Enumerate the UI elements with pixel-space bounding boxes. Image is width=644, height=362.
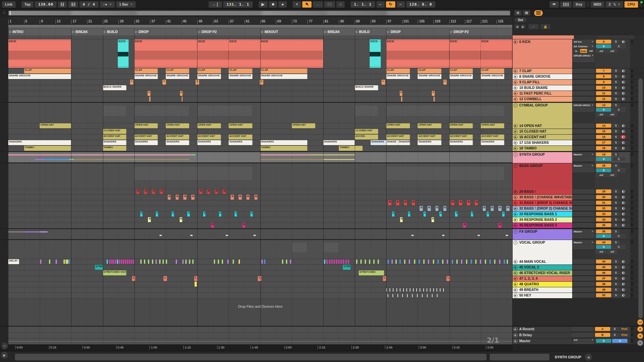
- mini-dash-clip[interactable]: [226, 235, 228, 236]
- clip[interactable]: SNARE GROOVE: [418, 74, 441, 79]
- solo-button[interactable]: S: [612, 40, 620, 44]
- clip[interactable]: ACCENT HAT: [166, 135, 189, 140]
- clip[interactable]: 1,: [163, 276, 167, 281]
- vocal-stripe-clip[interactable]: [119, 260, 120, 264]
- clip[interactable]: CLOSED HAT: [103, 129, 126, 134]
- loop-length-field[interactable]: 128. 0. 0: [406, 1, 436, 8]
- group-fold-icon[interactable]: ≡: [514, 241, 518, 245]
- mini-clip-segment[interactable]: [260, 159, 323, 160]
- locator-marker[interactable]: ▷BREAK: [323, 28, 340, 35]
- snare-groove-header[interactable]: ▶8 SNARE GROOVE8S: [512, 74, 644, 80]
- clip[interactable]: OPEN HAT: [481, 123, 504, 128]
- cowbell-lane[interactable]: [8, 97, 512, 102]
- capture-midi-icon[interactable]: ⌷⌷: [324, 1, 335, 8]
- accent-hat-lane[interactable]: ACCENT HATACCENT HATACCENT HATACCENT HAT…: [8, 135, 512, 140]
- clip[interactable]: [401, 97, 402, 101]
- locator-marker[interactable]: ▷BUILD: [103, 28, 118, 35]
- cpu-meter-value[interactable]: 2 %▼: [606, 1, 623, 8]
- vocal-stripe-clip[interactable]: [452, 260, 453, 264]
- track-name[interactable]: ▶7 CLAP: [513, 68, 572, 74]
- automation-line[interactable]: [8, 341, 512, 342]
- vocal-stripe-clip[interactable]: [399, 260, 401, 264]
- clip[interactable]: ACCENT HAT: [386, 135, 410, 140]
- track-name[interactable]: ≡FX GROUP: [513, 229, 572, 240]
- clip[interactable]: SHAKERS: [418, 140, 441, 145]
- clip[interactable]: BUILD SNARE: [103, 85, 126, 90]
- clip[interactable]: 1,: [194, 276, 198, 281]
- record-button[interactable]: ●: [279, 1, 287, 8]
- audio-tick-clip[interactable]: [388, 294, 388, 297]
- vocal-stripe-clip[interactable]: [182, 260, 184, 264]
- vertical-scrollbar[interactable]: [638, 78, 643, 318]
- track-activator-button[interactable]: [621, 124, 626, 128]
- track-name[interactable]: ▶8 SNARE GROOVE: [513, 74, 572, 79]
- track-activator-button[interactable]: [621, 189, 626, 193]
- quantize-menu[interactable]: 1 Bar▼: [116, 1, 136, 8]
- hey-header[interactable]: ▶50 HEY50S: [512, 293, 644, 299]
- clip[interactable]: STRETCHED: [359, 270, 384, 275]
- track-activator-button[interactable]: [621, 206, 626, 210]
- pan-center-button[interactable]: C: [612, 108, 625, 112]
- audio-tick-clip[interactable]: [413, 288, 414, 292]
- output-chooser[interactable]: DRUM GROU▼: [573, 103, 595, 107]
- monitor-in-button[interactable]: In: [573, 49, 580, 53]
- clip[interactable]: B: [491, 206, 494, 211]
- clip[interactable]: B: [176, 195, 179, 200]
- vocal-stripe-clip[interactable]: [447, 260, 448, 264]
- clip[interactable]: 1,: [446, 276, 450, 281]
- solo-button[interactable]: S: [612, 218, 620, 221]
- vocal-stripe-clip[interactable]: [129, 260, 130, 264]
- vocal-stripe-clip[interactable]: [423, 260, 425, 264]
- clip[interactable]: [434, 97, 435, 101]
- track-play-icon[interactable]: ▶: [514, 195, 518, 199]
- solo-button[interactable]: S: [612, 240, 620, 244]
- vocal-stripe-clip[interactable]: [113, 260, 114, 264]
- clip[interactable]: B: [136, 189, 140, 194]
- clip[interactable]: SHAKERS: [197, 140, 221, 145]
- track-number-badge[interactable]: 30: [596, 195, 611, 199]
- audio-tick-clip[interactable]: [433, 288, 434, 292]
- clip[interactable]: B: [443, 206, 447, 211]
- vocal-stripe-clip[interactable]: [365, 260, 366, 264]
- vocal-stripe-clip[interactable]: [159, 260, 161, 264]
- vocal-stripe-clip[interactable]: [378, 260, 379, 264]
- clip[interactable]: C: [130, 80, 134, 85]
- stretched-vocal-riser-header[interactable]: ▶46 STRETCHED VOCAL RISER46S: [512, 270, 644, 276]
- clip[interactable]: B: [396, 200, 399, 205]
- track-activator-button[interactable]: [621, 223, 626, 227]
- return-a-header[interactable]: ▶A ReverbASPost: [512, 327, 644, 333]
- clip[interactable]: R: [156, 212, 158, 217]
- track-name[interactable]: ▶12 COWBELL: [513, 97, 572, 102]
- solo-button[interactable]: S: [612, 265, 620, 269]
- hey-lane[interactable]: [8, 293, 512, 299]
- audio-tick-clip[interactable]: [390, 288, 390, 292]
- clip[interactable]: B: [498, 206, 502, 211]
- track-name[interactable]: ▶14 OPEN HAT: [513, 123, 572, 129]
- clip[interactable]: R: [172, 212, 174, 217]
- clip[interactable]: TAMBO: [339, 146, 362, 151]
- solo-button[interactable]: S: [612, 229, 620, 233]
- track-activator-button[interactable]: [621, 97, 626, 101]
- kick-lane[interactable]: KICKKICK - FKICKKICKKICKKICKKICK - FKICK…: [8, 39, 512, 68]
- clip[interactable]: R: [471, 212, 473, 217]
- group-fold-icon[interactable]: ≡: [514, 153, 518, 157]
- stretched-vocal-riser-lane[interactable]: STRETCHED VOCASTRETCHED: [8, 270, 512, 276]
- clip[interactable]: B: [247, 195, 250, 200]
- bass-3-lane[interactable]: BBBBBBBB: [8, 200, 512, 206]
- solo-button[interactable]: S: [612, 69, 620, 73]
- solo-button[interactable]: S: [612, 103, 620, 107]
- response-bass-3-lane[interactable]: RRRR: [8, 223, 512, 228]
- tempo-field[interactable]: 138.00: [35, 1, 57, 8]
- clip[interactable]: ACCENT HAT: [197, 135, 221, 140]
- vocal-stripe-clip[interactable]: [348, 260, 349, 264]
- clip[interactable]: CLAP: [166, 68, 189, 73]
- vocal-stripe-clip[interactable]: [336, 260, 337, 264]
- time-ruler[interactable]: 0:000:150:300:451:001:151:301:452:002:15…: [8, 344, 512, 351]
- track-play-icon[interactable]: ▶: [514, 294, 518, 298]
- clip[interactable]: OPEN HAT: [229, 123, 252, 128]
- clip[interactable]: B: [223, 189, 226, 194]
- vocal-stripe-clip[interactable]: [360, 260, 362, 264]
- track-name[interactable]: ≡SYNTH GROUP: [513, 152, 572, 163]
- clip[interactable]: R: [148, 217, 151, 222]
- bar-ruler[interactable]: 1591317212529333741454953576165697377818…: [8, 17, 512, 25]
